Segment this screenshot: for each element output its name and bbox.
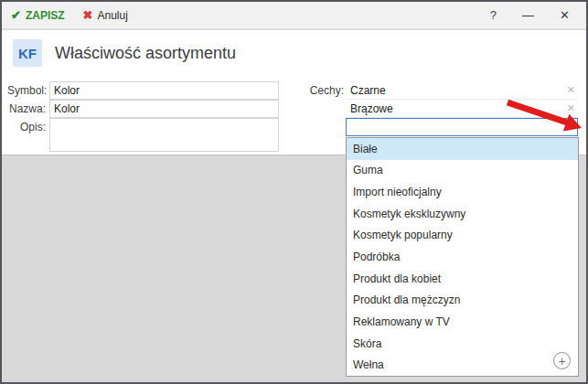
remove-icon[interactable]: ✕ [567,84,575,96]
cancel-button-label: Anuluj [97,9,127,22]
dropdown-item[interactable]: Produkt dla mężczyzn [347,289,578,311]
cechy-combo-input[interactable] [347,121,562,133]
cecha-value-row: Brązowe✕ [346,100,578,118]
chevron-down-icon[interactable] [562,119,577,135]
toolbar: ✔ ZAPISZ ✖ Anuluj ? — ✕ [2,2,586,29]
page-title: Właściwość asortymentu [55,44,236,63]
dropdown-item[interactable]: Import nieoficjalny [347,181,578,203]
dropdown-item[interactable]: Produkt dla kobiet [347,268,578,290]
dropdown-item[interactable]: Białe [347,138,578,160]
cecha-value-row: Czarne✕ [346,81,578,100]
dropdown-item[interactable]: Skóra [347,333,578,355]
remove-icon[interactable]: ✕ [567,102,575,114]
symbol-label: Symbol: [7,82,46,100]
minimize-button[interactable]: — [522,8,534,22]
close-button[interactable]: ✕ [560,8,570,22]
header: KF Właściwość asortymentu [2,30,586,76]
opis-textarea[interactable] [49,118,279,152]
cancel-button[interactable]: ✖ Anuluj [83,8,128,22]
nazwa-input[interactable] [49,100,279,118]
dropdown-item[interactable]: Podróbka [347,246,578,268]
cecha-value-text: Brązowe [350,102,393,115]
add-button[interactable]: + [553,352,571,369]
cancel-x-icon: ✖ [83,8,93,22]
cecha-value-text: Czarne [350,84,386,97]
opis-label: Opis: [7,119,46,136]
cechy-dropdown: BiałeGumaImport nieoficjalnyKosmetyk eks… [346,137,579,377]
titlebar-controls: ? — ✕ [490,8,577,22]
save-button-label: ZAPISZ [26,9,65,22]
dropdown-item[interactable]: Wełna [347,354,578,376]
help-button[interactable]: ? [490,8,497,22]
dropdown-item[interactable]: Guma [347,160,578,182]
cechy-combo[interactable] [346,118,578,136]
symbol-input[interactable] [49,81,279,100]
dropdown-item[interactable]: Kosmetyk popularny [347,225,578,247]
check-icon: ✔ [11,8,21,22]
nazwa-label: Nazwa: [7,101,46,118]
cechy-label: Cechy: [304,82,344,100]
kf-badge: KF [13,39,42,67]
dialog-window: ✔ ZAPISZ ✖ Anuluj ? — ✕ KF Właściwość as… [0,0,588,384]
save-button[interactable]: ✔ ZAPISZ [11,8,65,22]
dropdown-item[interactable]: Kosmetyk ekskluzywny [347,203,578,225]
dropdown-items: BiałeGumaImport nieoficjalnyKosmetyk eks… [347,138,578,376]
dropdown-item[interactable]: Reklamowany w TV [347,311,578,333]
